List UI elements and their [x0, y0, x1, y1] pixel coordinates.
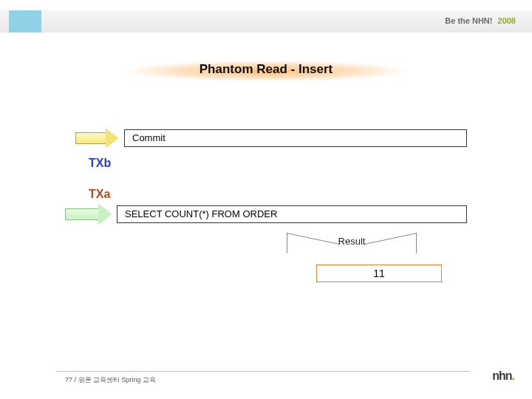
brand-year: 2008 [498, 16, 516, 25]
commit-box: Commit [124, 129, 467, 147]
logo-dot: . [512, 369, 514, 382]
commit-label: Commit [132, 132, 166, 143]
result-value: 11 [373, 267, 385, 279]
logo-text: nhn [492, 369, 511, 382]
header-brand: Be the NHN! 2008 [445, 16, 516, 25]
footer-logo: nhn. [492, 369, 514, 383]
slide-page: Be the NHN! 2008 Phantom Read - Insert C… [0, 0, 532, 399]
slide-title: Phantom Read - Insert [0, 62, 532, 77]
result-label: Result [287, 236, 417, 247]
txa-label: TXa [89, 188, 110, 201]
arrow-commit-icon [75, 129, 118, 148]
txb-label: TXb [89, 157, 111, 170]
footer-rule [56, 371, 470, 372]
header-accent [9, 10, 41, 33]
brand-text: Be the NHN! [445, 16, 492, 25]
sql-text: SELECT COUNT(*) FROM ORDER [125, 208, 277, 219]
footer-page-text: 77 / 원론 교육센터 Spring 교육 [65, 375, 156, 385]
arrow-select-icon [65, 204, 112, 225]
sql-box: SELECT COUNT(*) FROM ORDER [117, 205, 467, 223]
result-value-box: 11 [316, 265, 442, 282]
